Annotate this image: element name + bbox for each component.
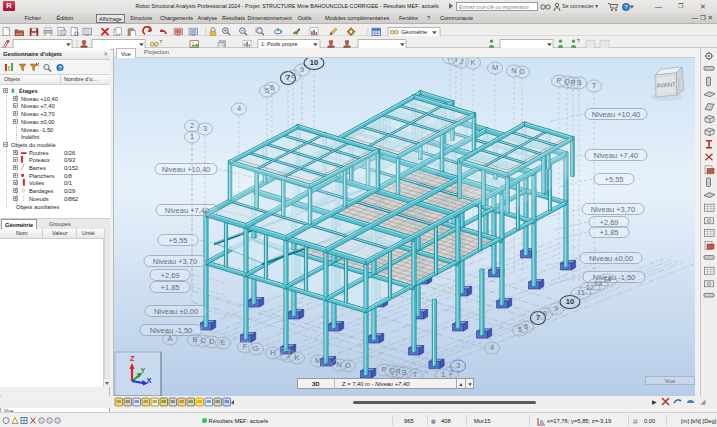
svg-text:9: 9 — [300, 65, 304, 74]
svg-text:M: M — [315, 356, 321, 365]
svg-text:Géométrie: Géométrie — [401, 29, 427, 35]
svg-text:?: ? — [160, 40, 163, 45]
svg-text:+1,85: +1,85 — [600, 228, 619, 237]
svg-text:Niveau +7,40: Niveau +7,40 — [165, 206, 209, 215]
svg-text:?: ? — [58, 65, 62, 71]
svg-text:4: 4 — [237, 104, 241, 113]
svg-text:K: K — [470, 58, 475, 67]
svg-text:D: D — [209, 337, 215, 346]
svg-text:8: 8 — [291, 71, 295, 80]
svg-text:4: 4 — [490, 343, 494, 352]
svg-text:S: S — [576, 78, 581, 87]
svg-text:+5,55: +5,55 — [169, 236, 188, 245]
svg-text:A: A — [167, 334, 172, 343]
svg-text:+2,69: +2,69 — [161, 271, 180, 280]
svg-text:P: P — [381, 365, 386, 374]
svg-text:Z: Z — [130, 354, 135, 363]
svg-text:Niveau +7,40: Niveau +7,40 — [594, 151, 638, 160]
svg-text:9: 9 — [554, 304, 558, 313]
svg-text:Q: Q — [389, 366, 395, 375]
svg-text:N: N — [511, 66, 516, 75]
svg-text:T: T — [592, 81, 597, 90]
svg-text:14: 14 — [603, 275, 611, 284]
svg-text:F: F — [243, 342, 248, 351]
svg-text:6: 6 — [270, 83, 274, 92]
svg-text:X: X — [147, 376, 152, 385]
svg-text:P: P — [556, 76, 561, 85]
svg-text:H: H — [447, 58, 452, 62]
svg-text:Niveau +10,40: Niveau +10,40 — [592, 110, 641, 119]
svg-text:10: 10 — [566, 297, 574, 306]
svg-text:1: Poids propre: 1: Poids propre — [261, 41, 298, 47]
svg-text:Niveau ±0,00: Niveau ±0,00 — [589, 254, 633, 263]
svg-text:S: S — [401, 368, 406, 377]
svg-text:E: E — [220, 338, 225, 347]
svg-text:Y: Y — [141, 367, 146, 374]
svg-text:3: 3 — [456, 361, 460, 370]
svg-text:+1,85: +1,85 — [161, 283, 180, 292]
svg-text:?: ? — [577, 38, 580, 44]
svg-text:13: 13 — [594, 279, 602, 288]
svg-text:1: 1 — [190, 132, 194, 141]
svg-text:Q: Q — [564, 77, 570, 86]
svg-text:O: O — [345, 361, 351, 370]
svg-text:J: J — [459, 58, 463, 66]
svg-text:I: I — [455, 58, 457, 64]
svg-text:2: 2 — [190, 121, 194, 130]
svg-text:O: O — [519, 67, 525, 76]
svg-text:G: G — [253, 344, 259, 353]
svg-text:M: M — [492, 63, 498, 72]
svg-text:6: 6 — [524, 322, 528, 331]
svg-text:K: K — [294, 353, 299, 362]
svg-text:Niveau +3,70: Niveau +3,70 — [153, 257, 197, 266]
svg-text:10: 10 — [310, 58, 318, 67]
svg-text:C: C — [200, 336, 206, 345]
svg-text:3: 3 — [203, 124, 207, 133]
svg-text:+5,55: +5,55 — [605, 175, 624, 184]
svg-text:Niveau +10,40: Niveau +10,40 — [162, 165, 211, 174]
svg-text:Niveau +3,70: Niveau +3,70 — [591, 205, 635, 214]
svg-text:+2,69: +2,69 — [600, 218, 619, 227]
svg-text:Niveau ±0,00: Niveau ±0,00 — [154, 307, 198, 316]
svg-text:8: 8 — [543, 309, 547, 318]
svg-text:B: B — [192, 335, 197, 344]
